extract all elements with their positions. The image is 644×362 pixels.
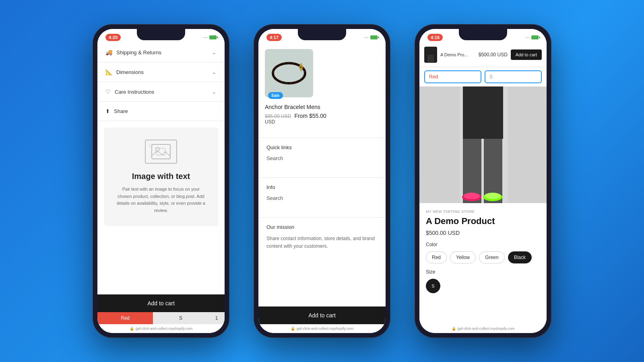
info-section: Info Search [258, 184, 386, 211]
notch-2 [298, 29, 346, 40]
signal-dots-1: ···· [203, 35, 208, 40]
chevron-care: ⌄ [212, 88, 217, 95]
color-label-3: Color [426, 242, 540, 247]
signal-dots-3: ···· [525, 35, 530, 40]
share-row[interactable]: ⬆ Share [97, 102, 225, 121]
care-icon: ♡ [105, 88, 111, 95]
info-search[interactable]: Search [266, 195, 378, 201]
svg-point-1 [155, 147, 159, 151]
mission-heading: Our mission [266, 224, 378, 230]
color-input-1[interactable]: Red [97, 312, 153, 324]
time-3: 4:16 [427, 34, 443, 41]
time-2: 4:17 [266, 34, 282, 41]
mission-section: Our mission Share contact information, s… [258, 224, 386, 257]
status-right-2: ···· [364, 35, 378, 40]
phone-3: 4:16 ···· A Demo Pro... $500.00 USD Add … [415, 24, 551, 338]
phone-2: 4:17 ···· [254, 24, 390, 338]
color-input-3[interactable]: Red [424, 70, 481, 83]
accordion-care[interactable]: ♡ Care Instructions ⌄ [97, 82, 225, 102]
lock-icon-3: 🔒 [452, 327, 456, 331]
image-placeholder [145, 140, 177, 164]
sale-price-2: From $55.00 [294, 113, 326, 119]
url-bar-3: 🔒 gaf-click-and-collect.myshopify.com [419, 324, 547, 333]
size-btn-s[interactable]: S [426, 279, 440, 293]
care-label: Care Instructions [115, 89, 154, 95]
svg-rect-6 [427, 55, 434, 62]
dimensions-label: Dimensions [116, 69, 144, 75]
qty-input-1[interactable]: 1 [208, 312, 225, 324]
battery-2 [370, 35, 378, 39]
currency-2: USD [265, 119, 379, 125]
divider-2a [258, 138, 386, 138]
svg-rect-0 [152, 144, 170, 159]
add-to-cart-2[interactable]: Add to cart [258, 306, 386, 324]
accordion-dimensions[interactable]: 📐 Dimensions ⌄ [97, 62, 225, 82]
url-text-1: gaf-click-and-collect.myshopify.com [136, 327, 192, 331]
product-price-large: $500.00 USD [426, 230, 540, 236]
shipping-icon: 🚚 [105, 49, 112, 56]
url-text-3: gaf-click-and-collect.myshopify.com [458, 327, 514, 331]
time-1: 4:20 [105, 34, 121, 41]
status-right-3: ···· [525, 35, 539, 40]
dimensions-icon: 📐 [105, 69, 112, 75]
phone-2-content[interactable]: Sale Anchor Bracelet Mens $85.00 USD Fro… [258, 43, 386, 306]
original-price-2: $85.00 USD [265, 113, 291, 119]
status-right-1: ···· [203, 35, 217, 40]
phone-1-content[interactable]: 🚚 Shipping & Returns ⌄ 📐 Dimensions ⌄ [97, 43, 225, 294]
info-heading: Info [266, 184, 378, 190]
product-detail-3: MY NEW TSETING STORE A Demo Product $500… [419, 203, 547, 300]
sticky-cart-btn[interactable]: Add to cart [511, 49, 542, 60]
share-icon: ⬆ [105, 108, 110, 114]
signal-dots-2: ···· [364, 35, 369, 40]
color-options-3: Red Yellow Green Black [426, 251, 540, 263]
svg-point-4 [300, 66, 302, 68]
notch-1 [137, 29, 185, 40]
product-image-area [265, 49, 313, 97]
battery-3 [531, 35, 539, 39]
sticky-price: $500.00 USD [479, 52, 508, 58]
cart-inputs-1: Red S 1 [97, 312, 225, 324]
sticky-title: A Demo Pro... [440, 52, 475, 57]
divider-2b [258, 177, 386, 178]
url-bar-1: 🔒 gaf-click-and-collect.myshopify.com [97, 324, 225, 333]
quick-links-heading: Quick links [266, 144, 378, 150]
color-btn-green[interactable]: Green [479, 251, 504, 263]
battery-1 [209, 35, 217, 39]
price-row-2: $85.00 USD From $55.00 [265, 113, 379, 119]
image-section: Image with text Pair text with an image … [104, 128, 218, 226]
product-title-2: Anchor Bracelet Mens [265, 104, 379, 110]
size-input-1[interactable]: S [153, 312, 208, 324]
svg-rect-9 [463, 86, 503, 139]
color-inputs-row: Red S [419, 67, 547, 86]
color-btn-black[interactable]: Black [508, 251, 532, 263]
quick-links-search[interactable]: Search [266, 155, 378, 161]
image-with-text-desc: Pair text with an image to focus on your… [116, 186, 206, 214]
url-bar-2: 🔒 gaf-click-and-collect.myshopify.com [258, 324, 386, 333]
phone-1: 4:20 ···· 🚚 Shipping & Returns ⌄ [93, 24, 229, 338]
mission-text: Share contact information, store details… [266, 235, 378, 250]
add-to-cart-1[interactable]: Add to cart [97, 294, 225, 312]
lock-icon-2: 🔒 [291, 327, 295, 331]
chevron-shipping: ⌄ [212, 49, 217, 56]
share-label: Share [114, 108, 128, 114]
phone-3-content[interactable]: MY NEW TSETING STORE A Demo Product $500… [419, 86, 547, 324]
sale-badge: Sale [268, 92, 283, 99]
size-input-3[interactable]: S [485, 70, 542, 83]
accordion-shipping[interactable]: 🚚 Shipping & Returns ⌄ [97, 43, 225, 62]
product-card-2: Sale Anchor Bracelet Mens $85.00 USD Fro… [258, 43, 386, 131]
size-options-3: S [426, 279, 540, 293]
product-main-image [419, 86, 547, 203]
image-with-text-title: Image with text [132, 172, 190, 181]
color-btn-yellow[interactable]: Yellow [450, 251, 476, 263]
svg-point-15 [485, 193, 501, 199]
sticky-thumb [424, 47, 437, 63]
chevron-dimensions: ⌄ [212, 69, 217, 75]
url-text-2: gaf-click-and-collect.myshopify.com [297, 327, 353, 331]
product-name-large: A Demo Product [426, 216, 540, 226]
shipping-label: Shipping & Returns [116, 49, 161, 56]
lock-icon-1: 🔒 [130, 327, 134, 331]
sticky-header-3: A Demo Pro... $500.00 USD Add to cart [419, 43, 547, 67]
divider-2c [258, 217, 386, 218]
svg-point-13 [464, 193, 480, 199]
color-btn-red[interactable]: Red [426, 251, 447, 263]
